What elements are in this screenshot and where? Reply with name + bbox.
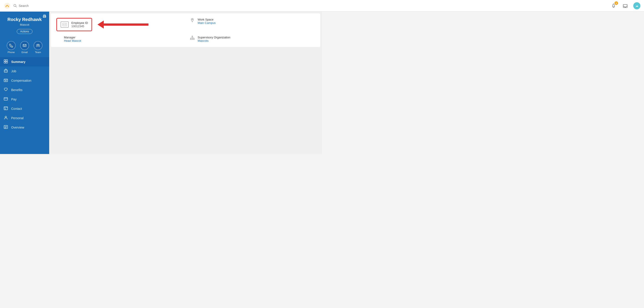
phone-icon xyxy=(9,43,13,47)
svg-point-35 xyxy=(63,24,64,25)
svg-rect-30 xyxy=(4,126,8,129)
sidebar-item-benefits-label: Benefits xyxy=(11,88,22,92)
sidebar-item-compensation[interactable]: Compensation xyxy=(0,76,49,85)
sidebar-item-compensation-label: Compensation xyxy=(11,79,31,82)
svg-rect-17 xyxy=(6,62,8,63)
svg-point-0 xyxy=(4,3,10,9)
sidebar: Rocky Redhawk Mascot Actions Phone xyxy=(0,11,49,154)
personal-icon xyxy=(4,116,8,121)
svg-rect-42 xyxy=(192,39,193,39)
svg-rect-8 xyxy=(44,16,46,17)
annotation-arrow xyxy=(98,20,148,28)
workday-logo xyxy=(4,2,11,9)
sidebar-item-overview-label: Overview xyxy=(11,126,24,129)
sidebar-item-job-label: Job xyxy=(11,69,16,73)
email-icon xyxy=(22,43,26,47)
phone-action[interactable]: Phone xyxy=(7,41,16,54)
svg-rect-25 xyxy=(4,107,8,110)
sidebar-item-contact-label: Contact xyxy=(11,107,22,111)
summary-icon xyxy=(4,59,8,64)
svg-rect-23 xyxy=(4,98,8,100)
svg-rect-41 xyxy=(190,39,191,39)
svg-rect-16 xyxy=(4,62,6,63)
badge-icon xyxy=(62,23,67,26)
svg-rect-14 xyxy=(4,60,6,61)
sidebar-item-overview[interactable]: Overview xyxy=(0,123,49,132)
supervisory-org-value[interactable]: Mascots xyxy=(198,39,230,42)
org-chart-icon xyxy=(190,36,194,40)
sidebar-item-pay[interactable]: Pay xyxy=(0,95,49,104)
employee-id-value: 10012345 xyxy=(71,24,88,28)
summary-card: Employee ID 10012345 Work Space xyxy=(51,13,320,47)
svg-rect-43 xyxy=(194,39,194,39)
svg-rect-10 xyxy=(23,44,26,47)
manager-placeholder xyxy=(56,36,61,40)
employee-name: Rocky Redhawk xyxy=(4,17,46,22)
print-icon xyxy=(42,14,46,18)
workspace-section: Work Space Main Campus xyxy=(190,18,315,31)
sidebar-item-summary-label: Summary xyxy=(11,60,26,64)
supervisory-org-label: Supervisory Organization xyxy=(198,36,230,39)
svg-point-29 xyxy=(5,116,7,118)
phone-label: Phone xyxy=(8,51,15,54)
topbar: 2 ☁ xyxy=(0,0,322,11)
manager-value[interactable]: Head Mascot xyxy=(64,39,81,42)
svg-rect-40 xyxy=(192,36,193,37)
workspace-value[interactable]: Main Campus xyxy=(198,21,216,24)
print-button[interactable] xyxy=(42,14,46,19)
main-content: Employee ID 10012345 Work Space xyxy=(49,11,322,154)
svg-rect-15 xyxy=(6,60,8,61)
search-input[interactable] xyxy=(19,4,64,7)
benefits-icon xyxy=(4,88,8,92)
sidebar-item-personal-label: Personal xyxy=(11,116,24,120)
sidebar-item-personal[interactable]: Personal xyxy=(0,113,49,123)
employee-id-section: Employee ID 10012345 xyxy=(56,18,181,31)
sidebar-nav: Summary Job xyxy=(0,57,49,154)
location-icon xyxy=(190,18,194,22)
employee-title: Mascot xyxy=(4,23,46,26)
search-bar[interactable] xyxy=(14,4,322,7)
arrow-head xyxy=(98,20,104,28)
manager-label: Manager xyxy=(64,36,81,39)
team-icon-circle xyxy=(34,41,42,50)
overview-icon xyxy=(4,125,8,130)
contact-icon xyxy=(4,106,8,111)
sidebar-item-benefits[interactable]: Benefits xyxy=(0,85,49,95)
sidebar-item-pay-label: Pay xyxy=(11,98,16,101)
workspace-label: Work Space xyxy=(198,18,216,21)
svg-line-2 xyxy=(16,6,17,7)
employee-id-text: Employee ID 10012345 xyxy=(71,21,88,28)
email-icon-circle xyxy=(20,41,29,50)
svg-point-12 xyxy=(36,45,37,45)
employee-id-card: Employee ID 10012345 xyxy=(56,18,92,31)
app-layout: Rocky Redhawk Mascot Actions Phone xyxy=(0,11,322,154)
team-action[interactable]: Team xyxy=(34,41,42,54)
search-icon xyxy=(14,4,17,7)
pay-icon xyxy=(4,97,8,102)
svg-point-9 xyxy=(45,16,46,16)
phone-icon-circle xyxy=(7,41,16,50)
manager-section: Manager Head Mascot xyxy=(56,36,181,42)
email-label: Email xyxy=(22,51,28,54)
svg-point-11 xyxy=(38,44,39,45)
svg-rect-22 xyxy=(5,80,6,81)
supervisory-org-section: Supervisory Organization Mascots xyxy=(190,36,315,42)
sidebar-quick-actions: Phone Email xyxy=(0,37,49,57)
id-card-icon xyxy=(60,21,69,28)
employee-id-label: Employee ID xyxy=(71,21,88,24)
sidebar-item-summary[interactable]: Summary xyxy=(0,57,49,66)
sidebar-header: Rocky Redhawk Mascot Actions xyxy=(0,11,49,37)
sidebar-item-job[interactable]: Job xyxy=(0,66,49,76)
job-icon xyxy=(4,69,8,74)
team-icon xyxy=(36,43,40,47)
team-label: Team xyxy=(35,51,41,54)
actions-button[interactable]: Actions xyxy=(17,29,32,34)
svg-point-13 xyxy=(39,45,40,45)
arrow-line xyxy=(104,23,148,26)
sidebar-item-contact[interactable]: Contact xyxy=(0,104,49,113)
email-action[interactable]: Email xyxy=(20,41,29,54)
compensation-icon xyxy=(4,78,8,83)
svg-point-39 xyxy=(192,19,193,20)
